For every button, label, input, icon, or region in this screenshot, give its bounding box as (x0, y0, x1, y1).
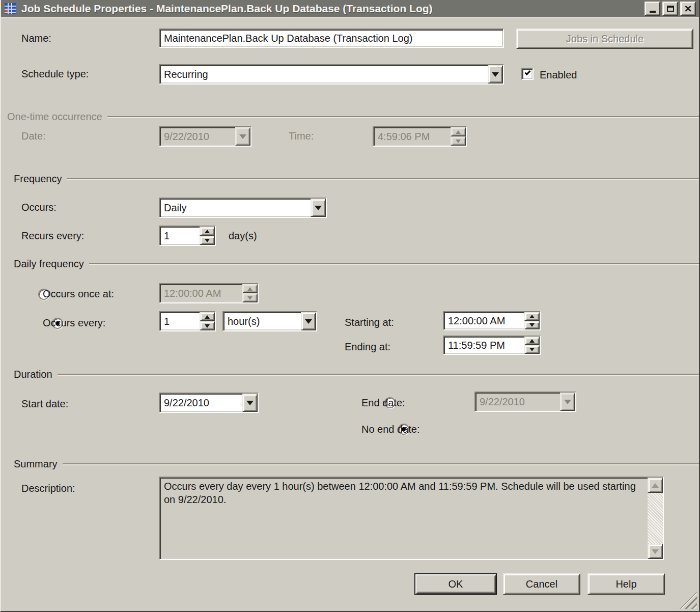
section-divider (67, 178, 700, 180)
occurs-once-time-value: 12:00:00 AM (160, 284, 242, 302)
no-end-date-label[interactable]: No end date: (361, 424, 420, 435)
one-time-date-select: 9/22/2010 (159, 126, 251, 147)
occurs-dropdown-button[interactable] (311, 199, 326, 217)
date-label: Date: (21, 130, 46, 142)
daily-frequency-section-label: Daily frequency (14, 258, 84, 270)
description-label: Description: (21, 483, 75, 494)
spinner-down-icon (205, 239, 210, 242)
description-scrollbar[interactable] (648, 478, 663, 559)
name-input[interactable] (160, 30, 503, 47)
section-divider (107, 116, 700, 118)
occurs-every-value: 1 (160, 312, 200, 330)
name-label: Name: (21, 33, 51, 44)
start-date-select[interactable]: 9/22/2010 (159, 393, 259, 413)
maximize-button[interactable] (662, 2, 678, 16)
spin-down-button (242, 293, 258, 302)
section-divider (63, 463, 700, 465)
recurs-unit-label: day(s) (229, 230, 257, 242)
schedule-type-select[interactable]: Recurring (159, 64, 504, 85)
maximize-icon (667, 6, 674, 12)
spin-down-button (451, 136, 466, 146)
titlebar[interactable]: Job Schedule Properties - MaintenancePla… (1, 0, 699, 18)
recurs-every-spinner[interactable]: 1 (159, 226, 216, 246)
scroll-up-button[interactable] (648, 478, 663, 493)
daily-frequency-section-header: Daily frequency (14, 258, 700, 270)
spin-down-button[interactable] (200, 236, 215, 245)
spin-up-button[interactable] (524, 337, 540, 345)
one-time-section-label: One-time occurrence (7, 111, 102, 123)
checkmark-icon (524, 69, 530, 75)
frequency-section-label: Frequency (14, 173, 62, 185)
close-button[interactable]: × (680, 2, 696, 16)
ending-at-spinner[interactable]: 11:59:59 PM (443, 336, 541, 355)
unit-dropdown-button[interactable] (301, 312, 316, 330)
chevron-down-icon (305, 319, 312, 324)
ending-at-value: 11:59:59 PM (444, 337, 524, 354)
spinner-down-icon (205, 324, 210, 328)
description-text: Occurs every day every 1 hour(s) between… (160, 478, 648, 559)
occurs-once-time-spinner: 12:00:00 AM (159, 283, 259, 303)
one-time-section-header: One-time occurrence (7, 111, 700, 123)
spinner-up-icon (205, 315, 210, 319)
end-date-label[interactable]: End date: (361, 397, 405, 409)
spin-up-button[interactable] (524, 312, 540, 321)
chevron-down-icon (564, 400, 571, 404)
scrollbar-track[interactable] (648, 493, 663, 544)
recurs-every-label: Recurs every: (21, 230, 84, 242)
cancel-button[interactable]: Cancel (503, 573, 580, 595)
schedule-type-dropdown-button[interactable] (488, 65, 503, 84)
chevron-down-icon (239, 134, 246, 139)
description-box[interactable]: Occurs every day every 1 hour(s) between… (159, 477, 664, 560)
minimize-icon (650, 11, 656, 13)
end-date-value: 9/22/2010 (475, 393, 560, 411)
spin-down-button[interactable] (200, 321, 215, 330)
one-time-date-value: 9/22/2010 (160, 127, 235, 146)
window-title: Job Schedule Properties - MaintenancePla… (21, 3, 433, 15)
spinner-down-icon (247, 296, 253, 300)
spin-up-button[interactable] (200, 227, 215, 236)
summary-section-header: Summary (14, 458, 700, 470)
duration-section-label: Duration (14, 369, 52, 380)
window-controls: × (645, 2, 696, 16)
end-date-dropdown-button (560, 393, 575, 411)
starting-at-spinner[interactable]: 12:00:00 AM (443, 311, 541, 330)
occurs-once-label[interactable]: Occurs once at: (43, 288, 114, 300)
help-button[interactable]: Help (587, 573, 665, 595)
spin-down-button[interactable] (524, 321, 540, 329)
occurs-select[interactable]: Daily (159, 198, 327, 218)
spinner-up-icon (456, 130, 461, 134)
spin-up-button (451, 127, 466, 136)
start-date-value: 9/22/2010 (160, 394, 242, 412)
name-input-frame (159, 29, 504, 48)
schedule-type-label: Schedule type: (21, 68, 89, 80)
scrollbar-down-icon (652, 549, 659, 554)
spin-up-button[interactable] (200, 312, 215, 321)
section-divider (58, 374, 700, 376)
occurs-every-label[interactable]: Occurs every: (43, 317, 105, 329)
enabled-checkbox[interactable] (521, 68, 534, 80)
spin-down-button[interactable] (524, 345, 540, 354)
start-date-label: Start date: (21, 398, 68, 410)
minimize-button[interactable] (645, 2, 660, 16)
end-date-select: 9/22/2010 (474, 392, 576, 412)
scrollbar-up-icon (652, 483, 659, 488)
scroll-down-button[interactable] (648, 544, 663, 559)
schedule-type-value: Recurring (160, 65, 488, 84)
resize-grip[interactable] (680, 592, 697, 609)
one-time-time-spinner: 4:59:06 PM (373, 126, 467, 147)
spinner-down-icon (529, 323, 535, 327)
one-time-time-value: 4:59:06 PM (374, 127, 451, 146)
enabled-label[interactable]: Enabled (540, 69, 577, 81)
chevron-down-icon (315, 206, 322, 210)
recurs-every-value: 1 (160, 227, 200, 245)
ok-button[interactable]: OK (414, 573, 497, 595)
starting-at-value: 12:00:00 AM (444, 312, 524, 329)
occurs-label: Occurs: (21, 202, 57, 213)
start-date-dropdown-button[interactable] (242, 394, 258, 412)
occurs-every-spinner[interactable]: 1 (159, 311, 216, 331)
chevron-down-icon (246, 401, 254, 405)
summary-section-label: Summary (14, 458, 58, 470)
spinner-up-icon (205, 230, 210, 233)
section-divider (89, 263, 700, 265)
occurs-every-unit-select[interactable]: hour(s) (222, 311, 317, 331)
